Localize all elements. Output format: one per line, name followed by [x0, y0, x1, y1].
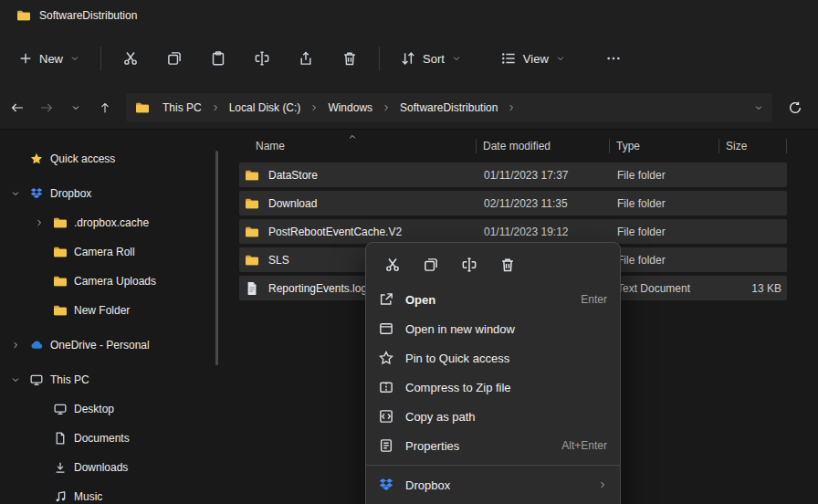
menu-item-pin-to-quick-access[interactable]: Pin to Quick access [366, 343, 620, 373]
sidebar-item-dropbox-cache[interactable]: .dropbox.cache [0, 209, 228, 236]
breadcrumb-windows[interactable]: Windows [320, 97, 380, 119]
file-type: Text Document [610, 282, 719, 295]
window-tab[interactable]: SoftwareDistribution [7, 3, 152, 28]
menu-item-compress-to-zip[interactable]: Compress to Zip file [366, 373, 620, 402]
cut-button[interactable] [375, 251, 410, 278]
address-bar-row: This PC Local Disk (C:) Windows Software… [0, 86, 818, 130]
file-name: SLS [268, 254, 289, 267]
rename-button[interactable] [244, 42, 280, 75]
sidebar-item-label: Downloads [74, 461, 128, 474]
context-menu-quick-actions [366, 247, 620, 285]
menu-item-label: Dropbox [405, 478, 587, 492]
sidebar-item-camera-roll[interactable]: Camera Roll [0, 238, 228, 266]
rename-button[interactable] [452, 251, 487, 278]
address-dropdown-icon[interactable] [754, 103, 763, 112]
sidebar-item-quick-access[interactable]: Quick access [0, 145, 228, 173]
folder-icon [135, 100, 150, 115]
menu-separator [366, 465, 620, 466]
breadcrumb-bar[interactable]: This PC Local Disk (C:) Windows Software… [126, 93, 772, 122]
chevron-right-icon[interactable] [9, 341, 22, 350]
menu-item-label: Pin to Quick access [405, 352, 596, 365]
sidebar-item-desktop[interactable]: Desktop [0, 395, 228, 423]
chevron-down-icon[interactable] [9, 375, 22, 384]
sidebar-item-label: This PC [50, 373, 89, 386]
paste-button[interactable] [200, 42, 236, 75]
sidebar-item-label: .dropbox.cache [74, 216, 149, 229]
menu-item-open-in-new-window[interactable]: Open in new window [366, 314, 620, 343]
breadcrumb-softwaredistribution[interactable]: SoftwareDistribution [393, 97, 505, 119]
file-row-download[interactable]: Download 02/11/2023 11:35 File folder [239, 191, 787, 215]
column-header-date-modified[interactable]: Date modified [477, 131, 610, 161]
arrow-left-icon [11, 101, 24, 114]
delete-button[interactable] [490, 251, 525, 278]
column-header-type[interactable]: Type [610, 131, 719, 161]
menu-item-open[interactable]: Open Enter [366, 285, 620, 314]
breadcrumb-local-disk[interactable]: Local Disk (C:) [222, 97, 309, 119]
monitor-icon [27, 373, 45, 386]
copy-button[interactable] [156, 42, 193, 75]
file-date: 02/11/2023 11:35 [477, 197, 610, 210]
sidebar-item-documents[interactable]: Documents [0, 425, 228, 452]
delete-button[interactable] [331, 42, 368, 75]
sort-icon [401, 51, 415, 66]
file-row-postrebooteventcache[interactable]: PostRebootEventCache.V2 01/11/2023 19:12… [239, 219, 787, 244]
document-icon [51, 432, 68, 445]
folder-icon [51, 245, 68, 259]
sort-label: Sort [423, 52, 445, 66]
share-icon [299, 51, 313, 66]
menu-item-dropbox[interactable]: Dropbox [366, 470, 620, 499]
chevron-right-icon [507, 103, 516, 112]
file-name: PostRebootEventCache.V2 [268, 226, 402, 238]
sidebar-item-downloads[interactable]: Downloads [0, 454, 228, 481]
view-button[interactable]: View [491, 42, 575, 75]
sidebar-item-dropbox[interactable]: Dropbox [0, 180, 228, 207]
up-button[interactable] [91, 94, 119, 121]
sidebar-item-label: Desktop [74, 403, 114, 415]
copy-button[interactable] [414, 251, 448, 278]
menu-item-properties[interactable]: Properties Alt+Enter [366, 431, 620, 460]
share-button[interactable] [288, 42, 324, 75]
menu-item-copy-as-path[interactable]: Copy as path [366, 402, 620, 431]
file-type: File folder [610, 169, 719, 182]
cut-button[interactable] [112, 42, 149, 75]
folder-icon [245, 168, 259, 183]
trash-icon [342, 51, 357, 66]
chevron-right-icon[interactable] [33, 218, 46, 227]
column-label: Size [726, 140, 747, 152]
file-name-cell: DataStore [239, 168, 477, 183]
sort-button[interactable]: Sort [391, 42, 471, 75]
chevron-down-icon[interactable] [9, 189, 22, 198]
refresh-button[interactable] [781, 94, 809, 121]
folder-icon [51, 303, 68, 318]
column-label: Type [616, 140, 640, 152]
forward-button[interactable] [33, 94, 60, 121]
onedrive-cloud-icon [27, 339, 45, 352]
back-button[interactable] [4, 94, 31, 121]
arrow-up-icon [100, 102, 110, 113]
view-label: View [523, 52, 549, 66]
more-button[interactable] [595, 42, 632, 75]
sidebar-item-camera-uploads[interactable]: Camera Uploads [0, 268, 228, 295]
sidebar-item-music[interactable]: Music [0, 483, 228, 504]
folder-icon [245, 253, 259, 268]
chevron-right-icon [382, 103, 391, 112]
copy-path-icon [379, 409, 394, 424]
context-menu: Open Enter Open in new window Pin to Qui… [365, 242, 621, 504]
chevron-right-icon [598, 480, 607, 489]
chevron-right-icon [211, 103, 220, 112]
breadcrumb-this-pc[interactable]: This PC [155, 97, 209, 119]
sidebar-item-this-pc[interactable]: This PC [0, 366, 228, 394]
tab-title: SoftwareDistribution [39, 9, 137, 22]
file-type: File folder [610, 197, 719, 210]
file-row-datastore[interactable]: DataStore 01/11/2023 17:37 File folder [239, 163, 787, 187]
column-header-size[interactable]: Size [719, 131, 787, 161]
sidebar-item-onedrive[interactable]: OneDrive - Personal [0, 331, 228, 359]
recent-locations-button[interactable] [62, 94, 89, 121]
star-icon [27, 152, 45, 165]
new-button[interactable]: New [9, 42, 89, 75]
column-header-name[interactable]: Name [228, 131, 477, 161]
sidebar-scrollbar-thumb[interactable] [215, 151, 218, 365]
sidebar-item-new-folder[interactable]: New Folder [0, 297, 228, 324]
pin-icon [379, 351, 394, 365]
menu-item-label: Properties [405, 439, 551, 453]
